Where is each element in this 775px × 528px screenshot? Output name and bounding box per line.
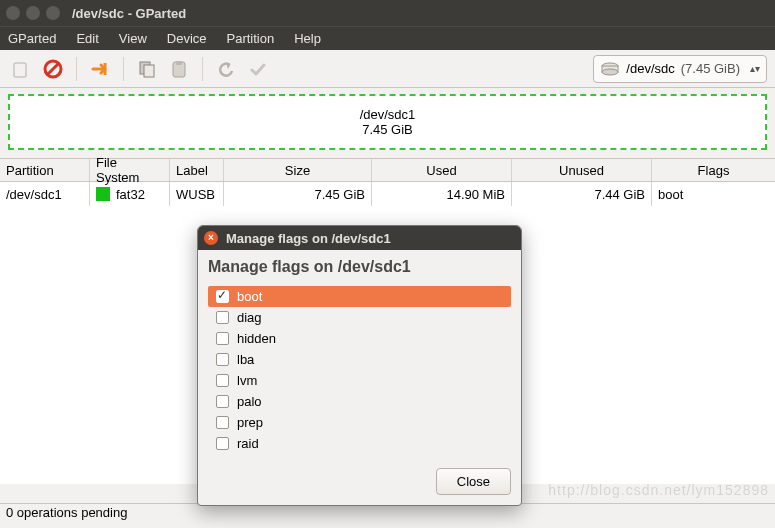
close-button[interactable]: Close xyxy=(436,468,511,495)
disk-icon xyxy=(600,61,620,77)
flag-label: diag xyxy=(237,310,262,325)
device-selector[interactable]: /dev/sdc (7.45 GiB) ▴▾ xyxy=(593,55,767,83)
table-row[interactable]: /dev/sdc1 fat32 WUSB 7.45 GiB 14.90 MiB … xyxy=(0,182,775,206)
flag-label: lba xyxy=(237,352,254,367)
flag-row-boot[interactable]: boot xyxy=(208,286,511,307)
partition-graph[interactable]: /dev/sdc1 7.45 GiB xyxy=(8,94,767,150)
svg-line-2 xyxy=(48,64,58,74)
menu-help[interactable]: Help xyxy=(294,31,321,46)
col-partition[interactable]: Partition xyxy=(0,159,90,181)
pending-operations: 0 operations pending xyxy=(6,505,127,520)
flag-checkbox-hidden[interactable] xyxy=(216,332,229,345)
flag-checkbox-boot[interactable] xyxy=(216,290,229,303)
col-filesystem[interactable]: File System xyxy=(90,159,170,181)
dialog-heading: Manage flags on /dev/sdc1 xyxy=(198,250,521,282)
copy-icon[interactable] xyxy=(134,56,160,82)
partition-graph-wrap: /dev/sdc1 7.45 GiB xyxy=(0,88,775,150)
flag-label: palo xyxy=(237,394,262,409)
window-title: /dev/sdc - GParted xyxy=(72,6,186,21)
svg-point-10 xyxy=(602,69,618,75)
flag-label: hidden xyxy=(237,331,276,346)
menu-device[interactable]: Device xyxy=(167,31,207,46)
flag-checkbox-raid[interactable] xyxy=(216,437,229,450)
status-bar: 0 operations pending xyxy=(0,503,775,523)
menu-view[interactable]: View xyxy=(119,31,147,46)
col-flags[interactable]: Flags xyxy=(652,159,775,181)
flag-row-hidden[interactable]: hidden xyxy=(208,328,511,349)
window-titlebar: /dev/sdc - GParted xyxy=(0,0,775,26)
flag-list: bootdiaghiddenlbalvmpaloprepraid xyxy=(208,286,511,454)
paste-icon[interactable] xyxy=(166,56,192,82)
flag-label: raid xyxy=(237,436,259,451)
col-label[interactable]: Label xyxy=(170,159,224,181)
col-size[interactable]: Size xyxy=(224,159,372,181)
apply-icon[interactable] xyxy=(245,56,271,82)
menu-edit[interactable]: Edit xyxy=(76,31,98,46)
flag-checkbox-diag[interactable] xyxy=(216,311,229,324)
window-min-icon[interactable] xyxy=(26,6,40,20)
flag-label: boot xyxy=(237,289,262,304)
toolbar-separator xyxy=(76,57,77,81)
flag-checkbox-lba[interactable] xyxy=(216,353,229,366)
new-partition-icon[interactable] xyxy=(8,56,34,82)
resize-move-icon[interactable] xyxy=(87,56,113,82)
cell-used: 14.90 MiB xyxy=(372,182,512,206)
cell-partition: /dev/sdc1 xyxy=(0,182,90,206)
graph-partition-name: /dev/sdc1 xyxy=(360,107,416,122)
flag-row-palo[interactable]: palo xyxy=(208,391,511,412)
cell-size: 7.45 GiB xyxy=(224,182,372,206)
dialog-title: Manage flags on /dev/sdc1 xyxy=(226,231,391,246)
flag-row-raid[interactable]: raid xyxy=(208,433,511,454)
watermark: http://blog.csdn.net/lym152898 xyxy=(548,482,769,498)
menu-partition[interactable]: Partition xyxy=(227,31,275,46)
flag-checkbox-lvm[interactable] xyxy=(216,374,229,387)
graph-partition-size: 7.45 GiB xyxy=(362,122,413,137)
flag-row-prep[interactable]: prep xyxy=(208,412,511,433)
menu-gparted[interactable]: GParted xyxy=(8,31,56,46)
window-max-icon[interactable] xyxy=(46,6,60,20)
flag-row-lvm[interactable]: lvm xyxy=(208,370,511,391)
flag-row-diag[interactable]: diag xyxy=(208,307,511,328)
table-header: Partition File System Label Size Used Un… xyxy=(0,158,775,182)
flag-checkbox-prep[interactable] xyxy=(216,416,229,429)
toolbar-separator xyxy=(123,57,124,81)
flag-checkbox-palo[interactable] xyxy=(216,395,229,408)
svg-rect-5 xyxy=(144,65,154,77)
svg-rect-7 xyxy=(176,61,182,65)
cell-flags: boot xyxy=(652,182,775,206)
toolbar-separator xyxy=(202,57,203,81)
dialog-close-icon[interactable]: × xyxy=(204,231,218,245)
cell-filesystem: fat32 xyxy=(90,182,170,206)
flag-row-lba[interactable]: lba xyxy=(208,349,511,370)
fs-color-swatch xyxy=(96,187,110,201)
flag-label: lvm xyxy=(237,373,257,388)
chevron-up-down-icon: ▴▾ xyxy=(750,63,760,74)
manage-flags-dialog: × Manage flags on /dev/sdc1 Manage flags… xyxy=(197,225,522,506)
device-selector-device: /dev/sdc xyxy=(626,61,674,76)
col-used[interactable]: Used xyxy=(372,159,512,181)
cell-unused: 7.44 GiB xyxy=(512,182,652,206)
menubar: GParted Edit View Device Partition Help xyxy=(0,26,775,50)
dialog-footer: Close xyxy=(198,462,521,505)
flag-label: prep xyxy=(237,415,263,430)
svg-rect-0 xyxy=(14,63,26,77)
col-unused[interactable]: Unused xyxy=(512,159,652,181)
delete-icon[interactable] xyxy=(40,56,66,82)
device-selector-size: (7.45 GiB) xyxy=(681,61,740,76)
undo-icon[interactable] xyxy=(213,56,239,82)
cell-label: WUSB xyxy=(170,182,224,206)
window-close-icon[interactable] xyxy=(6,6,20,20)
dialog-titlebar: × Manage flags on /dev/sdc1 xyxy=(198,226,521,250)
toolbar: /dev/sdc (7.45 GiB) ▴▾ xyxy=(0,50,775,88)
